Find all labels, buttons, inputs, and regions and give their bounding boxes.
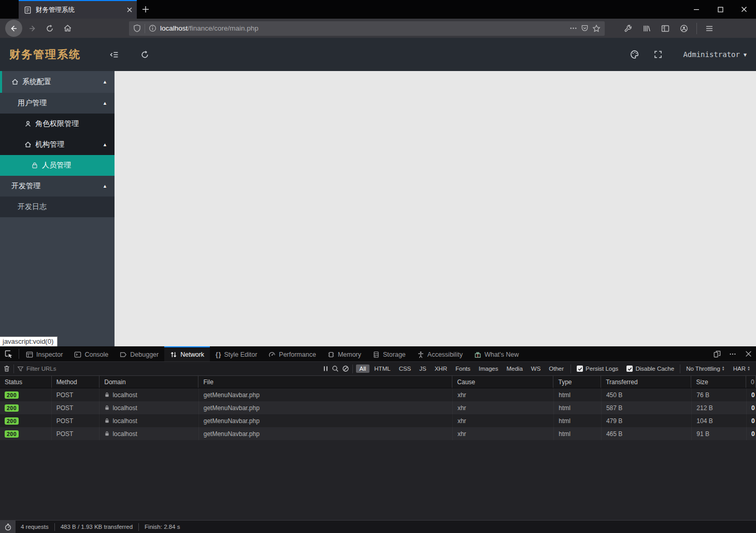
filter-urls-input[interactable] xyxy=(26,366,320,372)
sidebar-item-org-management[interactable]: 机构管理 ▲ xyxy=(0,134,115,155)
sidebar-item-personnel-management[interactable]: 人员管理 xyxy=(0,155,115,176)
clear-requests-icon[interactable] xyxy=(3,365,10,372)
filter-type-media[interactable]: Media xyxy=(503,364,526,373)
table-row[interactable]: 200 POST localhost getMenuNavbar.php xhr… xyxy=(0,427,756,440)
cell-file: getMenuNavbar.php xyxy=(199,401,453,414)
browser-tab[interactable]: 财务管理系统 xyxy=(19,0,137,19)
filter-type-fonts[interactable]: Fonts xyxy=(452,364,474,373)
throttling-label: No Throttling xyxy=(686,366,720,372)
shield-icon[interactable] xyxy=(133,24,141,32)
filter-type-js[interactable]: JS xyxy=(416,364,430,373)
tab-storage[interactable]: Storage xyxy=(367,346,411,361)
sidebar-item-dev-log[interactable]: 开发日志 xyxy=(0,197,115,217)
tab-console[interactable]: Console xyxy=(68,346,114,361)
reload-button[interactable] xyxy=(42,21,58,36)
column-header-type[interactable]: Type xyxy=(553,376,601,388)
column-header-domain[interactable]: Domain xyxy=(99,376,198,388)
back-button[interactable] xyxy=(5,20,22,37)
tab-label: Memory xyxy=(338,351,361,358)
close-devtools-icon[interactable] xyxy=(740,346,756,361)
filter-type-all[interactable]: All xyxy=(356,364,370,373)
home-icon xyxy=(11,78,19,86)
column-header-status[interactable]: Status xyxy=(0,376,52,388)
filter-type-xhr[interactable]: XHR xyxy=(431,364,451,373)
tab-network[interactable]: Network xyxy=(164,346,210,361)
har-dropdown[interactable]: HAR ▲▼ xyxy=(733,366,750,372)
sidebar-item-role-permissions[interactable]: 角色权限管理 xyxy=(0,114,115,134)
app-title: 财务管理系统 xyxy=(9,47,81,62)
forward-button[interactable] xyxy=(24,21,40,36)
filter-type-images[interactable]: Images xyxy=(475,364,502,373)
block-icon[interactable] xyxy=(342,365,349,372)
tab-accessibility[interactable]: Accessibility xyxy=(411,346,468,361)
sidebar-toggle-icon[interactable] xyxy=(658,21,673,36)
tab-style-editor[interactable]: { } Style Editor xyxy=(210,346,263,361)
table-row[interactable]: 200 POST localhost getMenuNavbar.php xhr… xyxy=(0,401,756,414)
cell-cause: xhr xyxy=(453,414,554,427)
tab-close-icon[interactable] xyxy=(126,7,133,13)
devtools-options-icon[interactable] xyxy=(725,346,740,361)
cell-file: getMenuNavbar.php xyxy=(199,414,453,427)
wrench-icon[interactable] xyxy=(620,21,636,36)
maximize-button[interactable] xyxy=(708,0,732,19)
tab-performance[interactable]: Performance xyxy=(263,346,322,361)
select-arrows-icon: ▲▼ xyxy=(722,366,725,371)
menu-hamburger-icon[interactable] xyxy=(702,21,717,36)
sidebar-fold-icon[interactable] xyxy=(110,50,119,59)
filter-urls-field[interactable] xyxy=(17,366,320,372)
home-button[interactable] xyxy=(60,21,75,36)
filter-type-other[interactable]: Other xyxy=(545,364,567,373)
performance-analysis-icon[interactable] xyxy=(0,521,16,533)
theme-palette-icon[interactable] xyxy=(630,50,639,59)
network-icon xyxy=(170,351,177,358)
account-icon[interactable] xyxy=(676,21,692,36)
user-menu[interactable]: Administrator ▼ xyxy=(683,50,747,59)
tab-inspector[interactable]: Inspector xyxy=(20,346,68,361)
minimize-button[interactable] xyxy=(684,0,708,19)
pocket-icon[interactable] xyxy=(581,24,589,32)
tab-debugger[interactable]: Debugger xyxy=(114,346,164,361)
statusbar-divider xyxy=(54,523,55,531)
fullscreen-icon[interactable] xyxy=(654,50,662,59)
library-icon[interactable] xyxy=(639,21,654,36)
search-icon[interactable] xyxy=(332,365,339,372)
table-row[interactable]: 200 POST localhost getMenuNavbar.php xhr… xyxy=(0,388,756,401)
filter-type-html[interactable]: HTML xyxy=(370,364,394,373)
collapse-arrow-icon: ▲ xyxy=(103,184,107,189)
bookmark-star-icon[interactable] xyxy=(592,24,601,33)
sidebar-item-user-management[interactable]: 用户管理 ▲ xyxy=(0,93,115,114)
column-header-method[interactable]: Method xyxy=(52,376,100,388)
page-actions-icon[interactable] xyxy=(569,24,577,32)
cell-transferred: 450 B xyxy=(602,388,692,401)
column-header-file[interactable]: File xyxy=(198,376,452,388)
tab-whats-new[interactable]: What's New xyxy=(468,346,524,361)
throttling-dropdown[interactable]: No Throttling ▲▼ xyxy=(686,366,725,372)
close-window-button[interactable] xyxy=(732,0,756,19)
table-row[interactable]: 200 POST localhost getMenuNavbar.php xhr… xyxy=(0,414,756,427)
cell-type: html xyxy=(554,427,602,440)
persist-logs-checkbox[interactable]: Persist Logs xyxy=(577,366,618,372)
disable-cache-checkbox[interactable]: Disable Cache xyxy=(626,366,674,372)
pick-element-icon[interactable] xyxy=(0,346,18,361)
filter-type-css[interactable]: CSS xyxy=(395,364,415,373)
url-text[interactable]: localhost/finance/core/main.php xyxy=(160,24,566,32)
column-header-transferred[interactable]: Transferred xyxy=(601,376,691,388)
column-header-size[interactable]: Size xyxy=(691,376,746,388)
app-refresh-icon[interactable] xyxy=(140,50,149,59)
sidebar-item-dev-management[interactable]: 开发管理 ▲ xyxy=(0,176,115,197)
filter-type-ws[interactable]: WS xyxy=(527,364,545,373)
lock-icon xyxy=(104,392,110,398)
tab-memory[interactable]: Memory xyxy=(322,346,367,361)
pause-icon[interactable] xyxy=(323,366,329,372)
site-info-icon[interactable] xyxy=(149,24,156,32)
responsive-design-icon[interactable] xyxy=(709,346,725,361)
sidebar-item-label: 用户管理 xyxy=(18,99,47,108)
url-bar[interactable]: localhost/finance/core/main.php xyxy=(129,21,605,36)
column-header-waterfall[interactable]: 0 ms xyxy=(746,376,756,388)
cell-size: 76 B xyxy=(692,388,747,401)
sidebar-item-system-config[interactable]: 系统配置 ▲ xyxy=(0,71,115,93)
new-tab-button[interactable] xyxy=(137,0,154,19)
column-header-cause[interactable]: Cause xyxy=(452,376,553,388)
status-badge: 200 xyxy=(5,404,19,412)
sidebar-item-label: 机构管理 xyxy=(35,140,64,149)
